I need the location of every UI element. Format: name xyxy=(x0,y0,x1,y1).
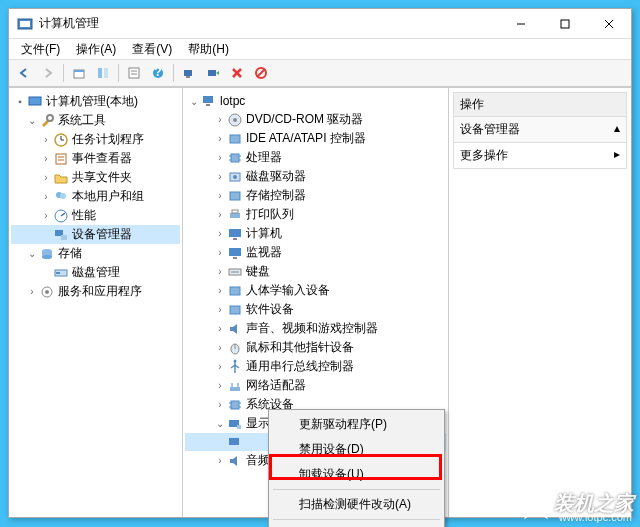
device-manager-icon xyxy=(53,227,69,243)
menu-help[interactable]: 帮助(H) xyxy=(184,40,233,59)
window-title: 计算机管理 xyxy=(39,15,499,32)
device-category[interactable]: ›计算机 xyxy=(185,224,446,243)
chevron-right-icon[interactable]: › xyxy=(25,286,39,297)
device-category[interactable]: ›处理器 xyxy=(185,148,446,167)
actions-section-device-manager[interactable]: 设备管理器 ▴ xyxy=(453,117,627,143)
tree-system-tools[interactable]: ⌄ 系统工具 xyxy=(11,111,180,130)
chevron-right-icon[interactable]: › xyxy=(39,172,53,183)
device-category[interactable]: ›人体学输入设备 xyxy=(185,281,446,300)
chevron-right-icon[interactable]: › xyxy=(39,210,53,221)
chevron-down-icon[interactable]: ⌄ xyxy=(25,115,39,126)
svg-rect-7 xyxy=(74,70,84,72)
chevron-right-icon[interactable]: › xyxy=(213,455,227,466)
close-button[interactable] xyxy=(587,9,631,38)
chevron-right-icon[interactable]: › xyxy=(213,380,227,391)
chevron-right-icon[interactable]: › xyxy=(39,191,53,202)
device-icon xyxy=(227,378,243,394)
device-icon xyxy=(227,150,243,166)
forward-button[interactable] xyxy=(37,62,59,84)
menu-file[interactable]: 文件(F) xyxy=(17,40,64,59)
chevron-down-icon[interactable]: ⌄ xyxy=(25,248,39,259)
help-button[interactable]: ? xyxy=(147,62,169,84)
device-category[interactable]: ›监视器 xyxy=(185,243,446,262)
device-category[interactable]: ›存储控制器 xyxy=(185,186,446,205)
chevron-right-icon[interactable]: › xyxy=(213,323,227,334)
device-category[interactable]: ›DVD/CD-ROM 驱动器 xyxy=(185,110,446,129)
ctx-uninstall-device[interactable]: 卸载设备(U) xyxy=(271,462,442,487)
device-category[interactable]: ›通用串行总线控制器 xyxy=(185,357,446,376)
watermark: 装机之家 www.lotpc.com xyxy=(518,485,634,521)
collapse-icon[interactable]: ▴ xyxy=(614,121,620,138)
menubar: 文件(F) 操作(A) 查看(V) 帮助(H) xyxy=(9,39,631,59)
device-category[interactable]: ›IDE ATA/ATAPI 控制器 xyxy=(185,129,446,148)
chevron-right-icon[interactable]: › xyxy=(213,266,227,277)
svg-rect-9 xyxy=(104,68,108,78)
tree-event-viewer[interactable]: › 事件查看器 xyxy=(11,149,180,168)
menu-view[interactable]: 查看(V) xyxy=(128,40,176,59)
context-menu: 更新驱动程序(P) 禁用设备(D) 卸载设备(U) 扫描检测硬件改动(A) 属性… xyxy=(268,409,445,527)
ctx-update-driver[interactable]: 更新驱动程序(P) xyxy=(271,412,442,437)
device-category[interactable]: ›软件设备 xyxy=(185,300,446,319)
show-hide-button[interactable] xyxy=(92,62,114,84)
ctx-separator xyxy=(273,519,440,520)
expander-icon[interactable]: ▪ xyxy=(13,96,27,107)
tree-root[interactable]: ▪ 计算机管理(本地) xyxy=(11,92,180,111)
svg-rect-54 xyxy=(230,192,240,200)
properties-button[interactable] xyxy=(123,62,145,84)
device-root[interactable]: ⌄ lotpc xyxy=(185,92,446,110)
back-button[interactable] xyxy=(13,62,35,84)
ctx-disable-device[interactable]: 禁用设备(D) xyxy=(271,437,442,462)
uninstall-button[interactable] xyxy=(226,62,248,84)
chevron-right-icon[interactable]: › xyxy=(213,209,227,220)
ctx-scan-hardware[interactable]: 扫描检测硬件改动(A) xyxy=(271,492,442,517)
chevron-right-icon[interactable]: › xyxy=(213,228,227,239)
chevron-right-icon[interactable]: › xyxy=(213,285,227,296)
chevron-right-icon[interactable]: › xyxy=(213,342,227,353)
svg-rect-17 xyxy=(208,70,216,76)
tree-services-apps[interactable]: › 服务和应用程序 xyxy=(11,282,180,301)
device-category[interactable]: ›键盘 xyxy=(185,262,446,281)
up-button[interactable] xyxy=(68,62,90,84)
tree-device-manager[interactable]: 设备管理器 xyxy=(11,225,180,244)
chevron-right-icon[interactable]: › xyxy=(39,153,53,164)
chevron-right-icon[interactable]: › xyxy=(213,361,227,372)
chevron-right-icon[interactable]: › xyxy=(213,190,227,201)
svg-rect-55 xyxy=(230,213,240,218)
svg-point-45 xyxy=(233,118,237,122)
tree-disk-management[interactable]: 磁盘管理 xyxy=(11,263,180,282)
menu-action[interactable]: 操作(A) xyxy=(72,40,120,59)
chevron-right-icon[interactable]: › xyxy=(213,133,227,144)
device-category[interactable]: ›声音、视频和游戏控制器 xyxy=(185,319,446,338)
svg-point-41 xyxy=(45,290,49,294)
tree-shared-folders[interactable]: › 共享文件夹 xyxy=(11,168,180,187)
device-category[interactable]: ›网络适配器 xyxy=(185,376,446,395)
svg-rect-64 xyxy=(230,306,240,314)
chevron-right-icon[interactable]: › xyxy=(213,114,227,125)
chevron-right-icon[interactable]: › xyxy=(213,171,227,182)
update-driver-button[interactable] xyxy=(202,62,224,84)
app-icon xyxy=(17,16,33,32)
display-adapter-icon xyxy=(227,434,243,450)
chevron-right-icon[interactable]: › xyxy=(213,304,227,315)
ctx-properties[interactable]: 属性(R) xyxy=(271,522,442,527)
minimize-button[interactable] xyxy=(499,9,543,38)
svg-rect-60 xyxy=(233,257,237,259)
device-category[interactable]: ›打印队列 xyxy=(185,205,446,224)
actions-more[interactable]: 更多操作 ▸ xyxy=(453,143,627,169)
device-category[interactable]: ›磁盘驱动器 xyxy=(185,167,446,186)
chevron-down-icon[interactable]: ⌄ xyxy=(187,96,201,107)
scan-hardware-button[interactable] xyxy=(178,62,200,84)
tree-performance[interactable]: › 性能 xyxy=(11,206,180,225)
chevron-down-icon[interactable]: ⌄ xyxy=(213,418,227,429)
chevron-right-icon[interactable]: › xyxy=(213,247,227,258)
chevron-right-icon[interactable]: › xyxy=(213,152,227,163)
tree-local-users[interactable]: › 本地用户和组 xyxy=(11,187,180,206)
disable-button[interactable] xyxy=(250,62,272,84)
chevron-right-icon[interactable]: › xyxy=(213,399,227,410)
tree-task-scheduler[interactable]: › 任务计划程序 xyxy=(11,130,180,149)
tree-storage[interactable]: ⌄ 存储 xyxy=(11,244,180,263)
maximize-button[interactable] xyxy=(543,9,587,38)
chevron-right-icon[interactable]: › xyxy=(39,134,53,145)
device-category[interactable]: ›鼠标和其他指针设备 xyxy=(185,338,446,357)
console-tree-pane[interactable]: ▪ 计算机管理(本地) ⌄ 系统工具 › 任务计划程序 › 事件查看器 › xyxy=(9,88,183,517)
